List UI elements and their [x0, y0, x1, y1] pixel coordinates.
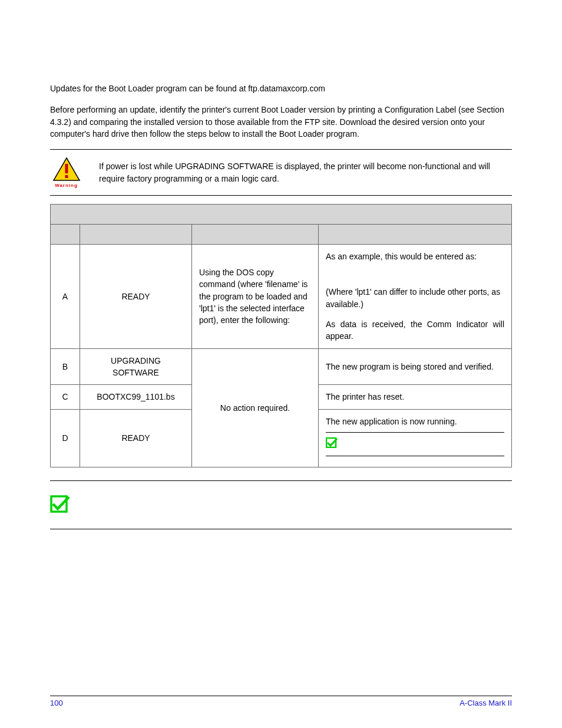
step-cell: B — [51, 348, 80, 385]
inner-rule — [326, 456, 504, 456]
display-cell: BOOTXC99_1101.bs — [80, 385, 192, 409]
comment-line: (Where 'lpt1' can differ to include othe… — [326, 286, 504, 310]
table-row: B UPGRADING SOFTWARE No action required.… — [51, 348, 512, 385]
comment-cell: The new program is being stored and veri… — [319, 348, 512, 385]
divider-after-note — [50, 529, 512, 529]
note-callout — [50, 485, 512, 525]
inner-rule — [326, 432, 504, 433]
intro-paragraph-1: Updates for the Boot Loader program can … — [50, 83, 512, 94]
comment-line: As an example, this would be entered as: — [326, 251, 504, 262]
checkmark-icon — [50, 495, 74, 515]
doc-title: A-Class Mark II — [459, 699, 512, 707]
warning-label: Warning — [50, 183, 82, 188]
display-cell: READY — [80, 409, 192, 467]
comment-line: The new application is now running. — [326, 416, 504, 427]
step-cell: D — [51, 409, 80, 467]
step-cell: C — [51, 385, 80, 409]
procedure-table: A READY Using the DOS copy command (wher… — [50, 204, 512, 467]
page-footer: 100 A-Class Mark II — [50, 696, 512, 707]
page-number: 100 — [50, 699, 63, 707]
comment-cell: The printer has reset. — [319, 385, 512, 409]
divider-top — [50, 149, 512, 150]
warning-callout: Warning If power is lost while UPGRADING… — [50, 153, 512, 192]
display-cell: READY — [80, 245, 192, 348]
warning-icon: Warning — [50, 157, 82, 188]
table-row: A READY Using the DOS copy command (wher… — [51, 245, 512, 348]
footer-rule — [50, 696, 512, 696]
action-cell-merged: No action required. — [192, 348, 319, 467]
comment-cell: As an example, this would be entered as:… — [319, 245, 512, 348]
table-header-row-1 — [51, 205, 512, 225]
display-cell: UPGRADING SOFTWARE — [80, 348, 192, 385]
table-header-row-2 — [51, 225, 512, 245]
checkmark-icon — [326, 437, 338, 451]
svg-rect-1 — [65, 164, 68, 173]
intro-paragraph-2: Before performing an update, identify th… — [50, 104, 512, 140]
svg-rect-2 — [65, 175, 68, 178]
divider-after-warning — [50, 195, 512, 196]
divider-before-note — [50, 480, 512, 481]
warning-text: If power is lost while UPGRADING SOFTWAR… — [99, 160, 512, 185]
step-cell: A — [51, 245, 80, 348]
comment-line: As data is received, the Comm Indicator … — [326, 318, 504, 342]
comment-cell: The new application is now running. — [319, 409, 512, 467]
action-cell: Using the DOS copy command (where 'filen… — [192, 245, 319, 348]
